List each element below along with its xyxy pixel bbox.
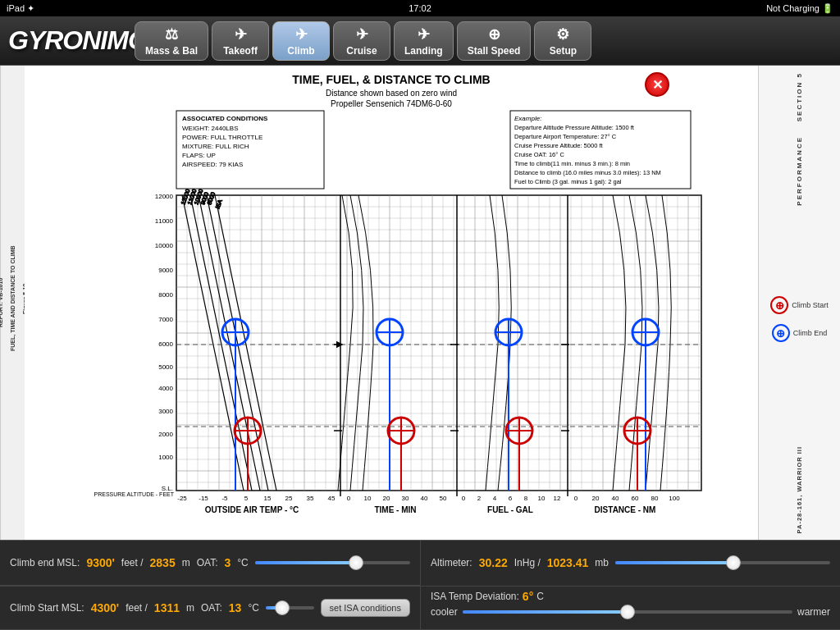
tab-landing[interactable]: ✈ Landing — [394, 21, 454, 61]
left-sidebar: S-20 REPORT: VB-1610 FUEL, TIME AND DIST… — [0, 66, 25, 540]
svg-text:-15: -15 — [199, 495, 208, 502]
example-line5: Time to climb(11 min. minus 3 min.): 8 m… — [514, 160, 630, 167]
setup-icon: ⚙ — [556, 25, 569, 43]
example-line3: Cruise Pressure Altitude: 5000 ft — [514, 142, 603, 149]
altimeter-slider-thumb[interactable] — [726, 555, 741, 570]
isa-dev-value: 6° — [523, 590, 533, 603]
svg-text:2: 2 — [477, 495, 482, 502]
altimeter-inhg: 30.22 — [479, 556, 508, 569]
tab-takeoff[interactable]: ✈ Takeoff — [212, 21, 269, 61]
tab-climb[interactable]: ✈ Climb — [272, 21, 330, 61]
altimeter-slider[interactable] — [615, 561, 830, 564]
climb-end-slider-thumb[interactable] — [349, 555, 363, 570]
svg-text:11000: 11000 — [155, 217, 174, 225]
sidebar-report: REPORT: VB-1610 — [0, 278, 3, 327]
tab-mass-bal[interactable]: ⚖ Mass & Bal — [135, 21, 208, 61]
example-line4: Cruise OAT: 16° C — [514, 151, 564, 158]
chart-subtitle1: Distance shown based on zero wind — [326, 89, 457, 98]
tab-stall-speed[interactable]: ⊕ Stall Speed — [457, 21, 532, 61]
climb-start-oat-unit: °C — [248, 602, 258, 614]
takeoff-icon: ✈ — [235, 25, 247, 43]
svg-text:60: 60 — [632, 495, 639, 502]
svg-text:0: 0 — [462, 495, 466, 502]
climb-end-container: ⊕ Climb End — [772, 324, 828, 342]
climb-start-msl-slider[interactable] — [266, 606, 314, 609]
isa-deviation-row: ISA Temp Deviation: 6° C cooler warmer — [420, 586, 840, 631]
climb-start-slider-thumb[interactable] — [275, 600, 290, 615]
svg-text:6: 6 — [509, 495, 513, 502]
isa-warmer-label: warmer — [797, 606, 830, 618]
svg-text:7000: 7000 — [158, 316, 173, 323]
svg-text:2000: 2000 — [158, 431, 173, 438]
svg-text:50: 50 — [440, 495, 447, 502]
altimeter-mb: 1023.41 — [547, 556, 589, 569]
x-axis-temp: OUTSIDE AIR TEMP - °C — [205, 505, 299, 514]
climb-end-label: Climb End — [793, 329, 828, 337]
climb-end-msl-m: 2835 — [150, 556, 176, 569]
svg-text:6000: 6000 — [158, 340, 173, 348]
svg-text:5000: 5000 — [158, 363, 173, 371]
climb-start-msl-feet: 4300' — [91, 601, 119, 614]
weight-label: WEIGHT: 2440LBS — [182, 125, 238, 132]
status-left: iPad ✦ — [7, 3, 34, 14]
climb-end-oat-value: 3 — [224, 556, 231, 569]
climb-end-msl-slider[interactable] — [255, 561, 410, 564]
climb-end-msl-row: Climb end MSL: 9300' feet / 2835 m OAT: … — [0, 541, 420, 586]
svg-text:5: 5 — [244, 495, 249, 502]
mixture-label: MIXTURE: FULL RICH — [182, 143, 249, 150]
isa-dev-slider[interactable] — [463, 610, 792, 614]
isa-dev-unit: C — [536, 591, 544, 602]
altimeter-mb-unit: mb — [595, 557, 609, 568]
svg-text:12: 12 — [554, 495, 561, 502]
climb-icon: ✈ — [295, 25, 308, 43]
svg-text:40: 40 — [612, 495, 619, 502]
status-time: 17:02 — [409, 3, 431, 13]
tab-climb-label: Climb — [287, 45, 314, 57]
svg-text:45: 45 — [328, 495, 336, 502]
svg-text:15: 15 — [264, 495, 272, 502]
tab-mass-bal-label: Mass & Bal — [145, 45, 198, 57]
power-label: POWER: FULL THROTTLE — [182, 134, 262, 141]
example-line6: Distance to climb (16.0 miles minus 3.0 … — [514, 169, 661, 176]
logo: GYRONIMO® — [0, 25, 131, 56]
mass-bal-icon: ⚖ — [165, 25, 178, 43]
altimeter-row: Altimeter: 30.22 InHg / 1023.41 mb — [420, 541, 840, 586]
svg-text:20: 20 — [592, 495, 600, 502]
cruise-icon: ✈ — [356, 25, 368, 43]
svg-text:10: 10 — [364, 495, 372, 502]
svg-rect-2 — [176, 195, 701, 491]
isa-deviation-top: ISA Temp Deviation: 6° C — [431, 590, 544, 603]
right-sidebar: SECTION 5 PERFORMANCE ⊕ Climb Start ⊕ Cl… — [758, 66, 840, 540]
climb-end-icon: ⊕ — [772, 324, 790, 342]
climb-start-msl-m-unit: m — [186, 602, 194, 614]
isa-dev-slider-thumb[interactable] — [620, 605, 635, 619]
example-line1: Departure Altitude Pressure Altitude: 15… — [514, 124, 635, 131]
tab-cruise[interactable]: ✈ Cruise — [333, 21, 390, 61]
svg-text:10000: 10000 — [155, 242, 174, 249]
climb-end-msl-label: Climb end MSL: — [10, 557, 80, 568]
climb-start-container: ⊕ Climb Start — [770, 296, 829, 314]
altimeter-inhg-unit: InHg / — [514, 557, 541, 568]
climb-end-msl-feet: 9300' — [86, 556, 114, 569]
isa-dev-label: ISA Temp Deviation: — [431, 591, 519, 602]
svg-text:9000: 9000 — [158, 267, 173, 274]
tab-setup[interactable]: ⚙ Setup — [534, 21, 591, 61]
svg-text:-5: -5 — [221, 495, 228, 502]
chart-subtitle2: Propeller Sensenich 74DM6-0-60 — [331, 99, 452, 108]
set-isa-conditions-button[interactable]: set ISA conditions — [321, 599, 410, 617]
svg-text:8000: 8000 — [158, 291, 173, 299]
chart-area: ✕ TIME, FUEL, & DISTANCE TO CLIMB Distan… — [25, 66, 758, 540]
climb-start-label: Climb Start — [792, 301, 829, 309]
isa-dev-slider-track — [463, 610, 628, 614]
climb-end-oat-unit: °C — [237, 557, 248, 568]
svg-text:3000: 3000 — [158, 408, 173, 415]
climb-end-slider-track — [255, 561, 356, 564]
main-content: S-20 REPORT: VB-1610 FUEL, TIME AND DIST… — [0, 66, 840, 540]
svg-text:-25: -25 — [177, 495, 187, 502]
svg-text:10: 10 — [538, 495, 546, 502]
example-line7: Fuel to Climb (3 gal. minus 1 gal): 2 ga… — [514, 178, 622, 185]
x-axis-time: TIME - MIN — [374, 505, 416, 514]
close-button[interactable]: ✕ — [645, 72, 669, 97]
nav-bar: GYRONIMO® ⚖ Mass & Bal ✈ Takeoff ✈ Climb… — [0, 16, 840, 66]
climb-start-msl-feet-unit: feet / — [126, 602, 148, 614]
